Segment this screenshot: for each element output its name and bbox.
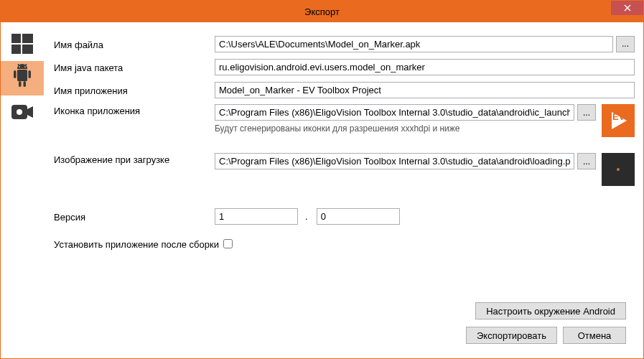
icon-label: Иконка приложения xyxy=(54,104,215,116)
windows-icon xyxy=(10,32,34,56)
icon-browse-button[interactable]: ... xyxy=(577,104,596,121)
version-dot: . xyxy=(301,211,314,222)
close-icon xyxy=(624,4,631,11)
version-minor-input[interactable] xyxy=(317,208,400,225)
row-install: Установить приложение после сборки xyxy=(54,235,635,252)
svg-rect-2 xyxy=(11,45,21,54)
javapkg-label: Имя java пакета xyxy=(54,61,215,73)
close-button[interactable] xyxy=(611,1,643,15)
splash-browse-button[interactable]: ... xyxy=(577,153,596,169)
row-filename: Имя файла ... xyxy=(54,35,635,52)
svg-rect-0 xyxy=(11,34,21,43)
svg-text:EV: EV xyxy=(612,111,625,122)
splash-preview xyxy=(602,153,635,186)
cancel-button[interactable]: Отмена xyxy=(563,327,626,344)
content: Имя файла ... Имя java пакета Имя прилож… xyxy=(44,22,643,358)
loading-dot-icon xyxy=(617,168,620,171)
row-javapkg: Имя java пакета xyxy=(54,58,635,75)
install-checkbox[interactable] xyxy=(223,239,233,248)
svg-rect-12 xyxy=(24,81,27,87)
install-label: Установить приложение после сборки xyxy=(54,238,222,250)
svg-rect-9 xyxy=(14,70,17,78)
javapkg-input[interactable] xyxy=(215,59,635,75)
titlebar: Экспорт xyxy=(1,1,643,22)
version-label: Версия xyxy=(54,210,215,223)
svg-rect-10 xyxy=(29,70,32,78)
footer: Настроить окружение Android Экспортирова… xyxy=(54,302,635,353)
body: Имя файла ... Имя java пакета Имя прилож… xyxy=(1,22,643,358)
svg-rect-8 xyxy=(17,70,27,81)
window-title: Экспорт xyxy=(1,6,643,17)
sidebar-item-camera[interactable] xyxy=(1,95,44,130)
sidebar-item-android[interactable] xyxy=(1,61,44,95)
appname-label: Имя приложения xyxy=(54,84,215,96)
ev-play-icon: EV xyxy=(604,106,633,135)
splash-label: Изображение при загрузке xyxy=(54,153,215,165)
row-icon: Иконка приложения ... Будут сгенерирован… xyxy=(54,104,635,137)
export-window: Экспорт xyxy=(0,0,644,359)
version-major-input[interactable] xyxy=(215,208,298,225)
appname-input[interactable] xyxy=(215,82,635,98)
export-button[interactable]: Экспортировать xyxy=(466,327,557,344)
row-splash: Изображение при загрузке ... xyxy=(54,153,635,186)
camera-icon xyxy=(9,102,35,123)
filename-browse-button[interactable]: ... xyxy=(616,36,635,52)
android-icon xyxy=(10,64,34,93)
svg-rect-3 xyxy=(22,45,33,54)
icon-input[interactable] xyxy=(215,104,574,121)
icon-hint: Будут сгенерированы иконки для разрешени… xyxy=(215,123,596,134)
row-appname: Имя приложения xyxy=(54,81,635,98)
configure-android-button[interactable]: Настроить окружение Android xyxy=(475,302,626,320)
svg-rect-1 xyxy=(22,34,33,43)
splash-input[interactable] xyxy=(215,153,574,169)
filename-label: Имя файла xyxy=(54,38,215,50)
icon-preview: EV xyxy=(602,104,635,137)
svg-point-14 xyxy=(17,109,22,115)
svg-rect-11 xyxy=(19,81,22,87)
sidebar-item-windows[interactable] xyxy=(1,27,44,61)
sidebar xyxy=(1,22,44,358)
filename-input[interactable] xyxy=(215,36,613,52)
row-version: Версия . xyxy=(54,208,635,225)
